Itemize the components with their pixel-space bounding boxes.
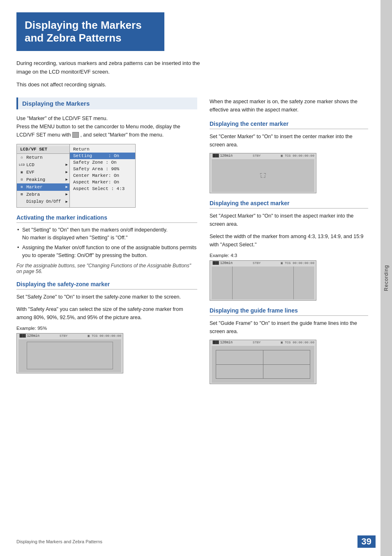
screen-stby-2: STBY bbox=[253, 154, 261, 158]
menu-item-display[interactable]: Display On/Off ▶ bbox=[17, 198, 69, 206]
screen-aspect-marker: ▐██▌120min STBY ▣ TCG 00:00:00:00 bbox=[210, 260, 316, 301]
safety-zone-rect bbox=[27, 342, 113, 369]
submenu-center-marker[interactable]: Center Marker: On bbox=[70, 172, 135, 179]
screen-batt-time-3: ▐██▌120min bbox=[212, 261, 233, 265]
menu-item-lcd[interactable]: LCD LCD ▶ bbox=[17, 161, 69, 169]
safety-zone-desc1: Set "Safety Zone" to "On" to insert the … bbox=[16, 293, 197, 301]
activating-bullet2: Assigning the Marker on/off function to … bbox=[16, 244, 197, 259]
zebra-icon: ⊠ bbox=[18, 192, 25, 197]
menu-item-return[interactable]: ⌂ Return bbox=[17, 154, 69, 161]
display-icon bbox=[18, 199, 25, 205]
safety-zone-example-label: Example: 95% bbox=[16, 326, 197, 331]
intro-text1: During recording, various markers and ze… bbox=[16, 59, 201, 76]
screen-safety-zone: ▐██▌120min STBY ▣ TCG 00:00:00:00 bbox=[16, 333, 123, 373]
intro-text2: This does not affect recording signals. bbox=[16, 81, 201, 89]
aspect-zone-note: When the aspect marker is on, the safety… bbox=[210, 97, 368, 114]
activating-italic: For the assignable buttons, see "Changin… bbox=[16, 263, 197, 274]
guide-frame-lines bbox=[216, 350, 310, 379]
sidebar-label: Recording bbox=[383, 265, 389, 291]
marker-icon: ⊞ bbox=[18, 184, 25, 190]
submenu-return[interactable]: Return bbox=[70, 146, 135, 153]
screen-stby-1: STBY bbox=[60, 334, 67, 338]
subsection-activating: Activating the marker indications bbox=[16, 214, 197, 223]
subsection-aspect-marker: Displaying the aspect marker bbox=[210, 200, 368, 208]
screen-tcg-3: ▣ TCG 00:00:00:00 bbox=[281, 261, 314, 265]
menu-item-zebra[interactable]: ⊠ Zebra ▶ bbox=[17, 191, 69, 198]
footer-text: Displaying the Markers and Zebra Pattern… bbox=[16, 539, 102, 544]
markers-desc1: Use "Marker" of the LCD/VF SET menu. Pre… bbox=[16, 114, 197, 139]
aspect-marker-example-label: Example: 4:3 bbox=[210, 253, 368, 258]
section-displaying-markers: Displaying the Markers bbox=[16, 97, 197, 109]
submenu-aspect-select[interactable]: Aspect Select : 4:3 bbox=[70, 185, 135, 192]
home-icon: ⌂ bbox=[18, 155, 25, 160]
screen-tcg-2: ▣ TCG 00:00:00:00 bbox=[281, 154, 314, 158]
guide-frame-desc: Set "Guide Frame" to "On" to insert the … bbox=[210, 319, 368, 336]
menu-icon bbox=[72, 132, 79, 138]
safety-zone-desc2: With "Safety Area" you can select the si… bbox=[16, 305, 197, 322]
submenu-aspect-marker[interactable]: Aspect Marker: On bbox=[70, 179, 135, 185]
subsection-center-marker: Displaying the center marker bbox=[210, 120, 368, 129]
menu-diagram: LCD/VF SET ⌂ Return LCD LCD ▶ ▣ EVF bbox=[16, 144, 197, 208]
screen-center-marker: ▐██▌120min STBY ▣ TCG 00:00:00:00 ⌐ ¬└ ┘ bbox=[210, 153, 316, 193]
lcd-icon: LCD bbox=[18, 162, 25, 168]
menu-item-evf[interactable]: ▣ EVF ▶ bbox=[17, 169, 69, 176]
submenu-safety-area[interactable]: Safety Area : 90% bbox=[70, 166, 135, 172]
page-footer: Displaying the Markers and Zebra Pattern… bbox=[16, 535, 376, 548]
aspect-marker-desc1: Set "Aspect Marker" to "On" to insert th… bbox=[210, 212, 368, 228]
page-number: 39 bbox=[357, 535, 376, 548]
page-title: Displaying the Markers and Zebra Pattern… bbox=[25, 19, 156, 44]
screen-stby-4: STBY bbox=[253, 341, 261, 344]
center-mark: ⌐ ¬└ ┘ bbox=[260, 171, 267, 180]
screen-batt-time-4: ▐██▌120min bbox=[212, 341, 233, 345]
screen-tcg-1: ▣ TCG 00:00:00:00 bbox=[88, 334, 121, 338]
screen-stby-3: STBY bbox=[253, 261, 261, 265]
menu-title: LCD/VF SET bbox=[17, 146, 69, 154]
screen-tcg-4: ▣ TCG 00:00:00:00 bbox=[281, 341, 314, 344]
screen-batt-time-1: ▐██▌120min bbox=[18, 334, 39, 338]
center-marker-desc: Set "Center Marker" to "On" to insert th… bbox=[210, 132, 368, 149]
menu-item-peaking[interactable]: ⊡ Peaking ▶ bbox=[17, 176, 69, 183]
menu-item-marker[interactable]: ⊞ Marker ▶ bbox=[17, 183, 69, 191]
activating-list: Set "Setting" to "On" then turn the mark… bbox=[16, 226, 197, 259]
activating-bullet1: Set "Setting" to "On" then turn the mark… bbox=[16, 226, 197, 242]
submenu-safety-zone[interactable]: Safety Zone : On bbox=[70, 159, 135, 166]
aspect-marker-desc2: Select the width of the marker from amon… bbox=[210, 232, 368, 249]
peaking-icon: ⊡ bbox=[18, 177, 25, 183]
submenu-setting[interactable]: Setting : On bbox=[70, 153, 135, 159]
subsection-safety-zone: Displaying the safety-zone marker bbox=[16, 281, 197, 290]
page-title-box: Displaying the Markers and Zebra Pattern… bbox=[16, 12, 164, 51]
screen-batt-time-2: ▐██▌120min bbox=[212, 154, 233, 158]
subsection-guide-frame: Displaying the guide frame lines bbox=[210, 307, 368, 316]
screen-guide-frame: ▐██▌120min STBY ▣ TCG 00:00:00:00 bbox=[210, 340, 316, 384]
aspect-marker-43 bbox=[232, 266, 294, 299]
right-sidebar: Recording bbox=[380, 0, 392, 556]
evf-icon: ▣ bbox=[18, 169, 25, 175]
